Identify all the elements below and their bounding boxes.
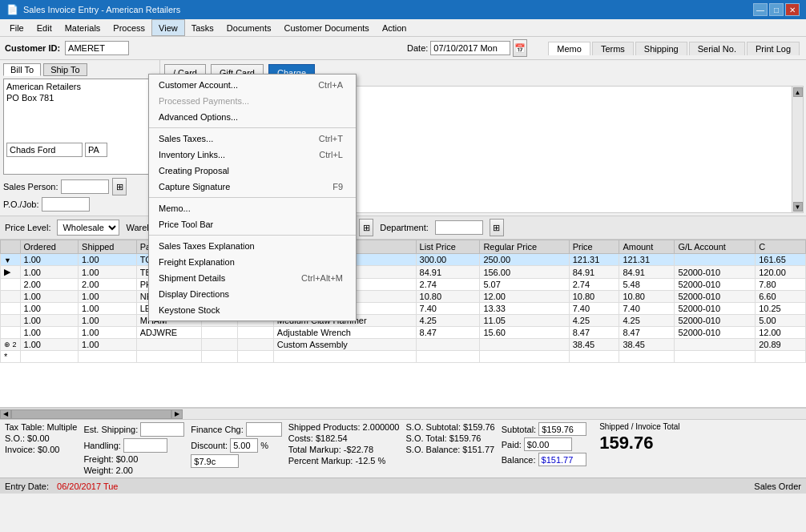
grid-area[interactable]: Ordered Shipped Part # Description List … — [0, 240, 806, 408]
menu-tasks[interactable]: Tasks — [185, 19, 220, 36]
menu-customer-account[interactable]: Customer Account... Ctrl+A — [149, 77, 356, 93]
menu-action[interactable]: Action — [376, 19, 413, 36]
so-balance-value: $151.77 — [462, 445, 494, 454]
table-row-new[interactable]: * — [1, 351, 806, 363]
menu-keystone-stock[interactable]: Keystone Stock — [149, 302, 356, 318]
total-markup-label: Total Markup: — [288, 445, 341, 454]
state-input[interactable] — [85, 143, 107, 157]
est-shipping-input[interactable] — [140, 422, 184, 437]
menu-customer-documents[interactable]: Customer Documents — [278, 19, 376, 36]
table-row[interactable]: 1.001.00MHAM Medium Claw Hammer 4.2511.0… — [1, 315, 806, 327]
menu-item-label: Freight Explanation — [159, 257, 235, 267]
so-balance-label: S.O. Balance: — [405, 445, 460, 454]
tab-terms[interactable]: Terms — [592, 42, 634, 55]
sales-person-input[interactable] — [61, 179, 109, 194]
finance-chg-input[interactable] — [246, 422, 282, 437]
department-input[interactable] — [435, 220, 483, 235]
dollar-val: $7.9c — [191, 454, 239, 468]
so-label: S.O.: $0.00 — [5, 433, 50, 443]
menu-item-label: Shipment Details — [159, 273, 225, 283]
col-gl: G/L Account — [675, 240, 756, 254]
table-row[interactable]: 1.001.00NEEFL... s Nose Pliers 10.8012.0… — [1, 291, 806, 303]
col-c: C — [756, 240, 806, 254]
ship-to-tab[interactable]: Ship To — [43, 63, 87, 76]
menu-display-directions[interactable]: Display Directions — [149, 286, 356, 302]
menu-view[interactable]: View — [151, 19, 185, 36]
table-row[interactable]: 2.002.00PHIS owdriver 2.745.072.745.4852… — [1, 279, 806, 291]
menu-item-label: Keystone Stock — [159, 305, 220, 315]
table-row[interactable]: 1.001.00LEVEL32.002.00 3' Level 7.4013.3… — [1, 303, 806, 315]
shipped-products-label: Shipped Products: — [288, 422, 361, 432]
address-line1: PO Box 781 — [6, 93, 153, 103]
menu-bar: File Edit Materials Process View Tasks D… — [0, 19, 806, 37]
est-shipping-label: Est. Shipping: — [83, 425, 138, 434]
tab-print-log[interactable]: Print Log — [747, 42, 800, 55]
menu-creating-proposal[interactable]: Creating Proposal — [149, 163, 356, 179]
price-level-label: Price Level: — [5, 223, 50, 232]
handling-input[interactable] — [123, 438, 167, 453]
discount-pct: % — [260, 441, 268, 450]
menu-item-shortcut: Ctrl+T — [319, 134, 343, 143]
minimize-button[interactable]: — — [753, 3, 768, 16]
menu-documents[interactable]: Documents — [220, 19, 278, 36]
job-id-lookup[interactable]: ⊞ — [359, 219, 373, 236]
close-button[interactable]: ✕ — [785, 3, 800, 16]
maximize-button[interactable]: □ — [769, 3, 784, 16]
tax-label: Tax — [5, 422, 18, 432]
po-input[interactable] — [42, 197, 90, 212]
table-row[interactable]: 1.001.00ADJWRE Adjustable Wrench 8.4715.… — [1, 327, 806, 339]
total-amount: 159.76 — [599, 433, 679, 453]
col-regular-price: Regular Price — [480, 240, 569, 254]
tab-shipping[interactable]: Shipping — [635, 42, 687, 55]
menu-advanced-options[interactable]: Advanced Options... — [149, 109, 356, 125]
finance-chg-label: Finance Chg: — [191, 425, 243, 434]
menu-item-shortcut: F9 — [332, 182, 343, 191]
department-lookup[interactable]: ⊞ — [490, 219, 504, 236]
menu-materials[interactable]: Materials — [58, 19, 107, 36]
calendar-button[interactable]: 📅 — [513, 39, 527, 57]
tab-memo[interactable]: Memo — [548, 42, 590, 55]
menu-item-label: Processed Payments... — [159, 96, 249, 106]
customer-id-input[interactable] — [65, 41, 129, 55]
order-type-value: Sales Order — [754, 482, 801, 491]
shipped-invoice-label: Shipped / Invoice Total — [599, 422, 679, 431]
window-title: Sales Invoice Entry - American Retailers — [23, 5, 180, 14]
shipped-products-value: 2.000000 — [363, 422, 400, 432]
horizontal-scrollbar[interactable]: ◀ ▶ — [0, 408, 806, 419]
menu-process[interactable]: Process — [107, 19, 151, 36]
price-level-select[interactable]: Wholesale — [57, 220, 119, 236]
separator-1 — [149, 127, 356, 128]
customer-id-label: Customer ID: — [5, 43, 60, 53]
menu-sales-taxes-explanation[interactable]: Sales Taxes Explanation — [149, 238, 356, 254]
table-row[interactable]: ▼ 1.001.00TOOL r & complete set 300.0025… — [1, 254, 806, 266]
menu-sales-taxes[interactable]: Sales Taxes... Ctrl+T — [149, 131, 356, 147]
costs-label: Costs: — [288, 433, 313, 443]
menu-processed-payments: Processed Payments... — [149, 93, 356, 109]
table-row[interactable]: ⊕ 2 1.001.00 Custom Assembly 38.4538.452… — [1, 339, 806, 351]
menu-capture-signature[interactable]: Capture Signature F9 — [149, 179, 356, 195]
menu-price-tool-bar[interactable]: Price Tool Bar — [149, 216, 356, 232]
po-label: P.O./Job: — [3, 200, 38, 209]
so-total-value: $159.76 — [449, 433, 482, 443]
col-ordered: Ordered — [20, 240, 79, 254]
window-controls[interactable]: — □ ✕ — [753, 3, 800, 16]
menu-freight-explanation[interactable]: Freight Explanation — [149, 254, 356, 270]
date-input[interactable] — [430, 41, 510, 55]
sales-person-lookup[interactable]: ⊞ — [112, 178, 127, 195]
menu-item-label: Creating Proposal — [159, 166, 229, 175]
total-markup-value: -$22.78 — [344, 445, 373, 454]
percent-markup-label: Percent Markup: — [288, 456, 353, 466]
bill-to-tab[interactable]: Bill To — [3, 63, 41, 76]
scroll-thumb[interactable] — [11, 409, 171, 419]
tab-serial[interactable]: Serial No. — [689, 42, 745, 55]
menu-shipment-details[interactable]: Shipment Details Ctrl+Alt+M — [149, 270, 356, 286]
menu-edit[interactable]: Edit — [30, 19, 58, 36]
menu-item-label: Customer Account... — [159, 80, 238, 90]
table-row[interactable]: ▶ 1.001.00TBM/ x 84.91156.0084.9184.9152… — [1, 266, 806, 279]
city-input[interactable] — [6, 143, 83, 157]
discount-input[interactable] — [230, 438, 258, 453]
menu-file[interactable]: File — [3, 19, 30, 36]
menu-item-label: Capture Signature — [159, 182, 230, 191]
menu-memo[interactable]: Memo... — [149, 200, 356, 216]
menu-inventory-links[interactable]: Inventory Links... Ctrl+L — [149, 147, 356, 163]
